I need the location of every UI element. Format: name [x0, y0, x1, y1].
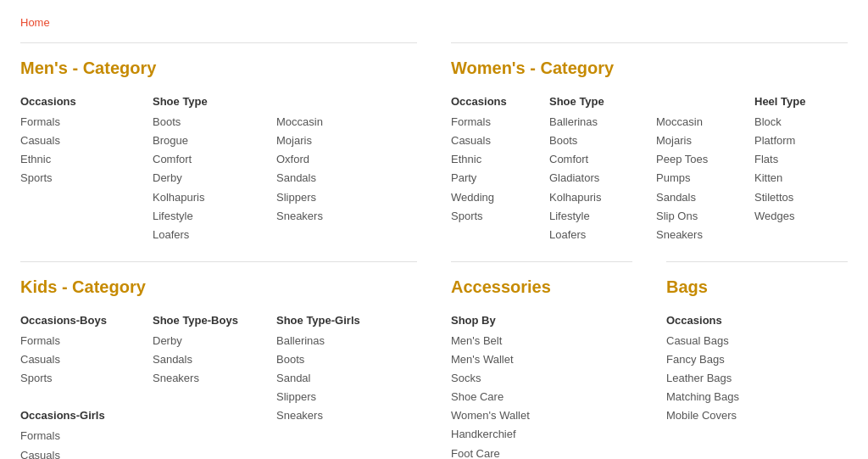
list-item[interactable]: Sports — [20, 169, 139, 188]
home-link[interactable]: Home — [20, 14, 50, 32]
womens-shoetype-col: Shoe Type Ballerinas Boots Comfort Gladi… — [549, 92, 643, 244]
list-item[interactable]: Moccasin — [656, 113, 741, 132]
list-item[interactable]: Foot Care — [451, 445, 632, 460]
list-item[interactable]: Casuals — [20, 446, 139, 460]
list-item[interactable]: Socks — [451, 369, 632, 388]
womens-columns: Occasions Formals Casuals Ethnic Party W… — [451, 92, 848, 244]
mens-shoetype1-col: Shoe Type Boots Brogue Comfort Derby Kol… — [153, 92, 263, 244]
kids-occasions-girls-header: Occasions-Girls — [20, 406, 139, 425]
list-item[interactable]: Sports — [451, 207, 536, 226]
list-item[interactable]: Sports — [20, 369, 139, 388]
womens-shoetype2-header — [656, 92, 741, 111]
list-item[interactable]: Slippers — [276, 388, 370, 406]
list-item[interactable]: Boots — [153, 113, 263, 132]
list-item[interactable]: Men's Wallet — [451, 350, 632, 369]
list-item[interactable]: Flats — [754, 150, 839, 169]
mens-section: Men's - Category Occasions Formals Casua… — [20, 42, 417, 244]
kids-shoetype-boys-header: Shoe Type-Boys — [153, 311, 263, 330]
list-item[interactable]: Ballerinas — [549, 113, 643, 132]
bags-section: Bags Occasions Casual Bags Fancy Bags Le… — [666, 261, 848, 459]
mens-occasions-col: Occasions Formals Casuals Ethnic Sports — [20, 92, 139, 244]
list-item[interactable]: Loafers — [153, 226, 263, 244]
list-item[interactable]: Peep Toes — [656, 150, 741, 169]
list-item[interactable]: Handkerchief — [451, 425, 632, 444]
list-item[interactable]: Formals — [20, 427, 139, 445]
list-item[interactable]: Leather Bags — [666, 369, 848, 388]
list-item[interactable]: Sandal — [276, 369, 370, 388]
list-item[interactable]: Comfort — [549, 150, 643, 169]
list-item[interactable]: Boots — [276, 350, 370, 369]
list-item[interactable]: Stilettos — [754, 188, 839, 207]
list-item[interactable]: Wedding — [451, 188, 536, 207]
list-item[interactable]: Shoe Care — [451, 388, 632, 406]
bags-occasions-header: Occasions — [666, 311, 848, 330]
womens-heeltype-col: Heel Type Block Platform Flats Kitten St… — [754, 92, 839, 244]
list-item[interactable]: Mobile Covers — [666, 406, 848, 425]
mens-shoetype2-col: Moccasin Mojaris Oxford Sandals Slippers… — [276, 92, 370, 244]
page-wrapper: Home Men's - Category Occasions Formals … — [0, 0, 868, 459]
kids-columns: Occasions-Boys Formals Casuals Sports Oc… — [20, 311, 417, 459]
accessories-bags-grid: Accessories Shop By Men's Belt Men's Wal… — [451, 261, 848, 459]
list-item[interactable]: Slippers — [276, 188, 370, 207]
list-item[interactable]: Kolhapuris — [153, 188, 263, 207]
list-item[interactable]: Women's Wallet — [451, 406, 632, 425]
list-item[interactable]: Slip Ons — [656, 207, 741, 226]
list-item[interactable]: Derby — [153, 332, 263, 350]
list-item[interactable]: Men's Belt — [451, 332, 632, 350]
mens-shoetype2-header — [276, 92, 370, 111]
list-item[interactable]: Ethnic — [451, 150, 536, 169]
list-item[interactable]: Oxford — [276, 150, 370, 169]
list-item[interactable]: Fancy Bags — [666, 350, 848, 369]
kids-shoetype-girls-header: Shoe Type-Girls — [276, 311, 370, 330]
kids-occasions-boys-header: Occasions-Boys — [20, 311, 139, 330]
list-item[interactable]: Brogue — [153, 132, 263, 150]
list-item[interactable]: Sneakers — [276, 207, 370, 226]
list-item[interactable]: Sneakers — [656, 226, 741, 244]
list-item[interactable]: Casuals — [20, 350, 139, 369]
list-item[interactable]: Sneakers — [153, 369, 263, 388]
mens-columns: Occasions Formals Casuals Ethnic Sports … — [20, 92, 417, 244]
list-item[interactable]: Formals — [20, 332, 139, 350]
list-item[interactable]: Block — [754, 113, 839, 132]
list-item[interactable]: Party — [451, 169, 536, 188]
list-item[interactable]: Lifestyle — [153, 207, 263, 226]
list-item[interactable]: Ethnic — [20, 150, 139, 169]
womens-heeltype-header: Heel Type — [754, 92, 839, 111]
list-item[interactable]: Platform — [754, 132, 839, 150]
list-item[interactable]: Casuals — [451, 132, 536, 150]
list-item[interactable]: Matching Bags — [666, 388, 848, 406]
list-item[interactable]: Casual Bags — [666, 332, 848, 350]
list-item[interactable]: Sandals — [153, 350, 263, 369]
list-item[interactable]: Kitten — [754, 169, 839, 188]
list-item[interactable]: Mojaris — [656, 132, 741, 150]
list-item[interactable]: Casuals — [20, 132, 139, 150]
womens-shoetype2-col: Moccasin Mojaris Peep Toes Pumps Sandals… — [656, 92, 741, 244]
list-item[interactable]: Loafers — [549, 226, 643, 244]
list-item[interactable]: Sandals — [656, 188, 741, 207]
accessories-shopby-col: Shop By Men's Belt Men's Wallet Socks Sh… — [451, 311, 632, 459]
list-item[interactable]: Wedges — [754, 207, 839, 226]
womens-occasions-header: Occasions — [451, 92, 536, 111]
main-grid: Men's - Category Occasions Formals Casua… — [20, 42, 848, 459]
list-item[interactable]: Lifestyle — [549, 207, 643, 226]
list-item[interactable]: Formals — [451, 113, 536, 132]
list-item[interactable]: Pumps — [656, 169, 741, 188]
list-item[interactable]: Sneakers — [276, 406, 370, 425]
accessories-bags-wrapper: Accessories Shop By Men's Belt Men's Wal… — [451, 261, 848, 459]
list-item[interactable]: Sandals — [276, 169, 370, 188]
kids-occasions-col: Occasions-Boys Formals Casuals Sports Oc… — [20, 311, 139, 459]
list-item[interactable]: Formals — [20, 113, 139, 132]
list-item[interactable]: Mojaris — [276, 132, 370, 150]
accessories-shopby-header: Shop By — [451, 311, 632, 330]
list-item[interactable]: Kolhapuris — [549, 188, 643, 207]
list-item[interactable]: Gladiators — [549, 169, 643, 188]
mens-shoetype1-header: Shoe Type — [153, 92, 263, 111]
list-item[interactable]: Ballerinas — [276, 332, 370, 350]
list-item[interactable]: Moccasin — [276, 113, 370, 132]
list-item[interactable]: Boots — [549, 132, 643, 150]
womens-occasions-col: Occasions Formals Casuals Ethnic Party W… — [451, 92, 536, 244]
list-item[interactable]: Comfort — [153, 150, 263, 169]
list-item[interactable]: Derby — [153, 169, 263, 188]
bags-occasions-col: Occasions Casual Bags Fancy Bags Leather… — [666, 311, 848, 426]
mens-title: Men's - Category — [20, 53, 417, 82]
